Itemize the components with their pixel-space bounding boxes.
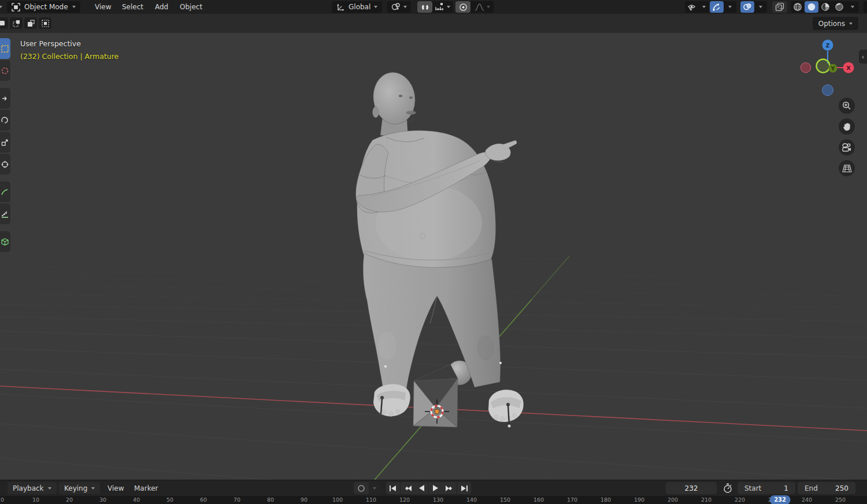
shading-material-button[interactable]	[818, 1, 832, 13]
gizmo-icon	[712, 2, 721, 12]
shading-rendered-button[interactable]	[832, 1, 846, 13]
shading-wireframe-button[interactable]	[791, 1, 805, 13]
solid-sphere-icon	[807, 2, 816, 12]
material-sphere-icon	[821, 2, 830, 12]
play-reverse-button[interactable]	[414, 482, 428, 494]
ruler-frame-label: 250	[835, 496, 846, 503]
record-circle-icon	[357, 484, 365, 492]
use-preview-range-toggle[interactable]	[720, 482, 735, 494]
start-value: 1	[784, 484, 788, 492]
falloff-curve-icon	[475, 3, 484, 11]
frame-start-field[interactable]: Start 1	[738, 482, 795, 494]
wireframe-sphere-icon	[793, 2, 802, 12]
shading-solid-button[interactable]	[805, 1, 818, 13]
proportional-edit-toggle[interactable]	[455, 1, 470, 13]
playback-label: Playback	[13, 484, 44, 492]
proportional-falloff-dropdown[interactable]	[470, 1, 494, 13]
sidebar-toggle[interactable]: ‹	[859, 50, 867, 64]
keying-label: Keying	[64, 484, 87, 492]
snap-increment-icon	[435, 3, 444, 11]
gizmo-y-label: Y	[831, 66, 835, 72]
transform-orientation-dropdown[interactable]: Global	[332, 1, 382, 13]
object-visibility-group	[685, 1, 709, 13]
tool-scale[interactable]	[0, 132, 10, 153]
playhead[interactable]: 232	[769, 495, 791, 504]
autokey-group	[354, 482, 380, 494]
snap-toggle[interactable]	[417, 1, 432, 13]
y-axis-line-far	[532, 256, 569, 299]
jump-to-start-button[interactable]	[386, 482, 400, 494]
gizmo-axis-neg-x[interactable]	[801, 62, 810, 72]
show-gizmo-toggle[interactable]	[710, 1, 724, 13]
ruler-frame-label: 170	[567, 496, 577, 503]
overlays-chevron[interactable]	[754, 1, 767, 13]
frame-end-field[interactable]: End 250	[798, 482, 855, 494]
jump-to-next-keyframe-button[interactable]	[443, 482, 457, 494]
object-mode-icon	[12, 3, 20, 12]
autokey-chevron[interactable]	[369, 482, 380, 494]
end-value: 250	[835, 484, 849, 492]
tool-rotate[interactable]	[0, 110, 10, 131]
xray-toggle[interactable]	[772, 1, 787, 13]
grid-perspective-icon	[842, 164, 852, 173]
options-dropdown[interactable]: Options	[813, 17, 858, 30]
timeline-menu-marker[interactable]: Marker	[134, 482, 158, 494]
jump-to-prev-keyframe-button[interactable]	[401, 482, 414, 494]
select-mode-set-button[interactable]	[0, 17, 8, 29]
viewport-ortho-toggle-button[interactable]	[839, 160, 855, 176]
tool-settings-bar	[0, 14, 867, 33]
mode-dropdown[interactable]: Object Mode	[7, 1, 80, 13]
tool-add-primitive[interactable]	[0, 231, 10, 252]
show-object-types-dropdown[interactable]	[685, 1, 699, 13]
keying-menu[interactable]: Keying	[59, 482, 100, 494]
menu-select[interactable]: Select	[118, 0, 147, 14]
gizmo-axis-pos-y-ring[interactable]	[817, 60, 830, 73]
snap-with-dropdown[interactable]	[432, 1, 453, 13]
proportional-circle-icon	[459, 3, 468, 12]
jump-to-end-button[interactable]	[457, 482, 471, 494]
timeline-menu-view[interactable]: View	[108, 482, 124, 494]
viewport-zoom-button[interactable]	[839, 98, 855, 114]
viewport-camera-button[interactable]	[839, 139, 855, 155]
menu-object[interactable]: Object	[176, 0, 206, 14]
select-mode-invert-button[interactable]	[39, 17, 51, 29]
editor-type-chevron[interactable]	[0, 0, 6, 14]
eye-cursor-icon	[687, 3, 697, 12]
navigation-gizmo[interactable]: Y X Z	[798, 35, 867, 104]
shading-chevron[interactable]	[846, 1, 859, 13]
overlays-group	[740, 1, 767, 13]
viewport-scene	[0, 33, 867, 480]
tool-select-box[interactable]	[0, 38, 10, 59]
menu-view[interactable]: View	[91, 0, 114, 14]
gizmo-x-label: X	[846, 65, 851, 71]
zoom-icon	[842, 101, 851, 110]
orientation-label: Global	[349, 3, 370, 11]
viewport-pan-button[interactable]	[839, 118, 855, 135]
end-label: End	[805, 484, 818, 492]
current-frame-field[interactable]: 232	[666, 482, 717, 494]
view-perspective-label: User Perspective	[20, 39, 81, 48]
gizmo-axis-neg-z[interactable]	[822, 85, 833, 96]
pivot-point-dropdown[interactable]	[387, 1, 411, 13]
select-mode-subtract-button[interactable]	[24, 17, 37, 29]
tool-transform[interactable]	[0, 154, 10, 175]
play-button[interactable]	[429, 482, 443, 494]
tool-annotate[interactable]	[0, 181, 10, 202]
ruler-frame-label: 70	[234, 496, 240, 503]
playback-menu[interactable]: Playback	[8, 482, 57, 494]
camera-icon	[842, 143, 852, 152]
3d-viewport[interactable]	[0, 33, 867, 480]
menu-add[interactable]: Add	[151, 0, 172, 14]
timeline-ruler[interactable]: 0102030405060708090100110120130140150160…	[0, 496, 867, 504]
show-overlays-toggle[interactable]	[740, 1, 754, 13]
ruler-frame-label: 150	[500, 496, 510, 503]
auto-keying-toggle[interactable]	[354, 482, 369, 494]
visibility-chevron[interactable]	[699, 1, 709, 13]
ruler-frame-label: 160	[533, 496, 544, 503]
tool-cursor[interactable]	[0, 60, 10, 81]
tool-move[interactable]	[0, 88, 10, 109]
header-edge-sliver	[864, 1, 867, 13]
select-mode-extend-button[interactable]	[10, 17, 23, 29]
gizmo-chevron[interactable]	[724, 1, 736, 13]
tool-measure[interactable]	[0, 203, 10, 224]
